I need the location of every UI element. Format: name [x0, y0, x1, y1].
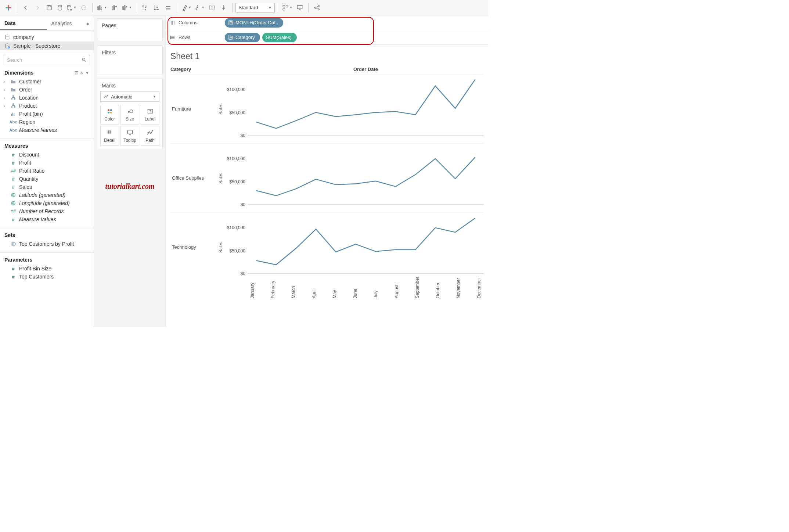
- svg-point-43: [110, 109, 112, 111]
- pill-category[interactable]: ⊞Category: [225, 33, 260, 42]
- svg-rect-14: [123, 7, 123, 10]
- category-header: Category: [170, 66, 215, 72]
- field-profit[interactable]: #Profit: [1, 159, 92, 167]
- field-region[interactable]: AbcRegion: [1, 118, 92, 126]
- field-customer[interactable]: ›Customer: [1, 78, 92, 86]
- sort-desc-button[interactable]: [151, 2, 162, 13]
- field-location[interactable]: ›Location: [1, 94, 92, 102]
- x-tick: August: [394, 293, 399, 298]
- text-label-button[interactable]: T: [206, 2, 217, 13]
- columns-shelf[interactable]: Columns ⊞MONTH(Order Dat..: [166, 15, 488, 30]
- share-button[interactable]: [311, 2, 323, 13]
- field-profit-bin-[interactable]: Profit (bin): [1, 110, 92, 118]
- svg-point-44: [108, 112, 109, 114]
- totals-button[interactable]: [163, 2, 174, 13]
- y-tick: $0: [241, 202, 245, 207]
- refresh-button[interactable]: [78, 2, 89, 13]
- svg-rect-11: [101, 8, 102, 10]
- svg-point-25: [6, 35, 9, 36]
- svg-rect-2: [6, 7, 8, 8]
- field-profit-bin-size[interactable]: #Profit Bin Size: [1, 265, 92, 273]
- sort-asc-button[interactable]: [139, 2, 150, 13]
- svg-rect-35: [11, 114, 12, 116]
- svg-rect-10: [99, 6, 100, 10]
- mark-type-dropdown[interactable]: Automatic ▼: [100, 91, 159, 102]
- datasource-company[interactable]: company: [0, 33, 94, 42]
- x-tick: April: [311, 293, 317, 298]
- field-longitude-generated-[interactable]: Longitude (generated): [1, 199, 92, 207]
- pages-shelf[interactable]: Pages: [97, 18, 163, 41]
- field-discount[interactable]: #Discount: [1, 151, 92, 159]
- marks-path-button[interactable]: Path: [141, 126, 159, 146]
- save-button[interactable]: [44, 2, 55, 13]
- field-top-customers-by-profit[interactable]: Top Customers by Profit: [1, 240, 92, 248]
- y-tick: $50,000: [230, 248, 245, 254]
- x-tick: December: [476, 293, 482, 298]
- x-tick: January: [250, 293, 255, 298]
- category-label: Technology: [170, 213, 215, 281]
- line-chart[interactable]: [248, 213, 484, 281]
- svg-point-33: [11, 107, 12, 108]
- field-number-of-records[interactable]: =#Number of Records: [1, 207, 92, 215]
- clear-sheet-button[interactable]: [109, 2, 120, 13]
- rows-shelf[interactable]: Rows ⊞CategorySUM(Sales): [166, 30, 488, 45]
- x-tick: September: [415, 293, 420, 298]
- dimensions-header: Dimensions: [4, 70, 33, 76]
- marks-size-button[interactable]: Size: [120, 105, 139, 125]
- list-view-icon: ☰: [75, 71, 78, 75]
- tab-analytics[interactable]: Analytics◆: [47, 17, 94, 30]
- highlight-button[interactable]: ▼: [180, 2, 192, 13]
- field-product[interactable]: ›Product: [1, 102, 92, 110]
- datasource-sample-superstore[interactable]: Sample - Superstore: [0, 42, 94, 50]
- new-worksheet-button[interactable]: ▼: [96, 2, 108, 13]
- field-order[interactable]: ›Order: [1, 86, 92, 94]
- field-profit-ratio[interactable]: =#Profit Ratio: [1, 167, 92, 175]
- y-axis-title: Sales: [218, 241, 223, 252]
- y-tick: $50,000: [230, 110, 245, 115]
- svg-rect-50: [108, 130, 109, 132]
- svg-rect-53: [109, 132, 111, 133]
- swap-button[interactable]: ▼: [120, 2, 133, 13]
- path-icon: [147, 129, 154, 136]
- field-measure-names[interactable]: AbcMeasure Names: [1, 126, 92, 134]
- svg-point-28: [82, 58, 85, 61]
- marks-card: Marks Automatic ▼ Color Size TLabel Deta…: [97, 79, 163, 149]
- marks-tooltip-button[interactable]: Tooltip: [120, 126, 139, 146]
- field-sales[interactable]: #Sales: [1, 183, 92, 191]
- tab-data[interactable]: Data: [0, 17, 47, 30]
- marks-label-button[interactable]: TLabel: [141, 105, 159, 125]
- new-datasource-button[interactable]: [55, 2, 64, 13]
- line-chart[interactable]: [248, 75, 484, 143]
- pin-button[interactable]: [218, 2, 229, 13]
- field-latitude-generated-[interactable]: Latitude (generated): [1, 191, 92, 199]
- back-button[interactable]: [20, 2, 31, 13]
- pill-month-order-dat-[interactable]: ⊞MONTH(Order Dat..: [225, 18, 283, 28]
- line-chart[interactable]: [248, 144, 484, 212]
- presentation-button[interactable]: [294, 2, 305, 13]
- marks-color-button[interactable]: Color: [100, 105, 119, 125]
- x-tick: November: [456, 293, 461, 298]
- field-top-customers[interactable]: #Top Customers: [1, 273, 92, 281]
- field-measure-values[interactable]: #Measure Values: [1, 215, 92, 223]
- sheet-title[interactable]: Sheet 1: [170, 51, 484, 61]
- viz-canvas: Columns ⊞MONTH(Order Dat.. Rows ⊞Categor…: [166, 15, 488, 327]
- pause-data-button[interactable]: ▼: [65, 2, 78, 13]
- svg-rect-5: [47, 6, 51, 10]
- field-quantity[interactable]: #Quantity: [1, 175, 92, 183]
- y-axis-title: Sales: [218, 103, 223, 114]
- show-me-button[interactable]: ▼: [281, 2, 293, 13]
- svg-rect-18: [283, 5, 285, 7]
- tableau-logo[interactable]: [3, 2, 14, 13]
- marks-detail-button[interactable]: Detail: [100, 126, 119, 146]
- forward-button[interactable]: [32, 2, 43, 13]
- fit-dropdown[interactable]: Standard▼: [235, 3, 275, 12]
- pill-sum-sales-[interactable]: SUM(Sales): [262, 33, 297, 42]
- search-input[interactable]: Search: [4, 55, 90, 65]
- filters-shelf[interactable]: Filters: [97, 46, 163, 74]
- watermark-text: tutorialkart.com: [97, 182, 163, 191]
- group-button[interactable]: ▼: [193, 2, 206, 13]
- y-tick: $50,000: [230, 179, 245, 184]
- svg-point-8: [67, 5, 71, 7]
- svg-point-46: [128, 111, 129, 112]
- x-axis-labels: JanuaryFebruaryMarchAprilMayJuneJulyAugu…: [248, 283, 484, 298]
